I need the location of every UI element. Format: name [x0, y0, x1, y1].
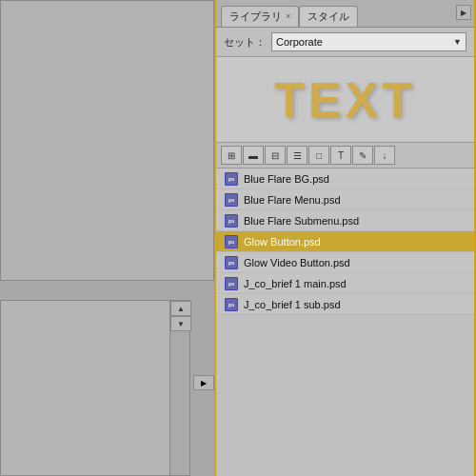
details-button[interactable]: ☰	[287, 146, 307, 165]
left-top-panel	[0, 0, 214, 281]
file-name: J_co_brief 1 sub.psd	[244, 299, 341, 310]
scroll-down-arrow[interactable]: ▼	[170, 316, 191, 331]
left-bottom-panel	[0, 300, 190, 476]
file-item[interactable]: psBlue Flare Submenu.psd	[216, 210, 474, 231]
file-item[interactable]: psGlow Video Button.psd	[216, 252, 474, 273]
set-label: セット：	[224, 35, 266, 50]
large-icons-button[interactable]: ⊟	[265, 146, 286, 165]
file-name: Blue Flare Menu.psd	[244, 194, 341, 206]
tab-styles-label: スタイル	[307, 10, 349, 24]
preview-text: TEXT	[274, 71, 416, 129]
text-tool-button[interactable]: T	[330, 146, 351, 165]
psd-icon: ps	[224, 276, 239, 291]
list-view-button[interactable]: ▬	[243, 146, 264, 165]
left-panel: ▶ ▲ ▼	[0, 0, 214, 476]
left-bottom-scrollbar: ▲ ▼	[169, 300, 190, 476]
set-dropdown-arrow-icon: ▼	[453, 37, 462, 47]
toolbar: ⊞ ▬ ⊟ ☰ □ T ✎ ↓	[216, 143, 474, 169]
panel-content: セット： Corporate ▼ TEXT ⊞ ▬ ⊟ ☰ □ T ✎ ↓ ps…	[216, 27, 474, 315]
edit-button[interactable]: ✎	[352, 146, 373, 165]
tab-bar: ライブラリ × スタイル ▶	[216, 0, 474, 27]
psd-icon: ps	[224, 255, 239, 270]
grid-view-button[interactable]: ⊞	[221, 146, 242, 165]
file-item[interactable]: psGlow Button.psd	[216, 231, 474, 252]
psd-icon: ps	[224, 213, 239, 228]
tab-library-close[interactable]: ×	[286, 12, 290, 21]
file-name: J_co_brief 1 main.psd	[244, 278, 347, 289]
tab-library[interactable]: ライブラリ ×	[221, 6, 299, 27]
scroll-up-arrow[interactable]: ▲	[170, 301, 191, 316]
file-name: Glow Video Button.psd	[244, 257, 350, 268]
file-name: Glow Button.psd	[244, 236, 321, 248]
set-dropdown-value: Corporate	[276, 36, 323, 48]
preview-area: TEXT	[216, 57, 474, 143]
import-button[interactable]: ↓	[374, 146, 395, 165]
left-nav-arrow[interactable]: ▶	[193, 375, 214, 390]
file-item[interactable]: psJ_co_brief 1 main.psd	[216, 273, 474, 294]
file-item[interactable]: psBlue Flare Menu.psd	[216, 189, 474, 210]
new-folder-button[interactable]: □	[308, 146, 329, 165]
library-panel: ライブラリ × スタイル ▶ セット： Corporate ▼ TEXT ⊞ ▬…	[214, 0, 476, 476]
file-list: psBlue Flare BG.psdpsBlue Flare Menu.psd…	[216, 169, 474, 315]
file-item[interactable]: psJ_co_brief 1 sub.psd	[216, 294, 474, 315]
tab-right-arrow[interactable]: ▶	[456, 5, 471, 20]
psd-icon: ps	[224, 192, 239, 208]
file-item[interactable]: psBlue Flare BG.psd	[216, 169, 474, 189]
psd-icon: ps	[224, 171, 239, 187]
file-name: Blue Flare BG.psd	[244, 173, 329, 185]
set-dropdown[interactable]: Corporate ▼	[271, 32, 466, 51]
psd-icon: ps	[224, 234, 239, 249]
tab-styles[interactable]: スタイル	[299, 6, 358, 27]
set-row: セット： Corporate ▼	[216, 28, 474, 57]
psd-icon: ps	[224, 297, 239, 312]
file-name: Blue Flare Submenu.psd	[244, 215, 359, 227]
tab-library-label: ライブラリ	[229, 10, 282, 24]
